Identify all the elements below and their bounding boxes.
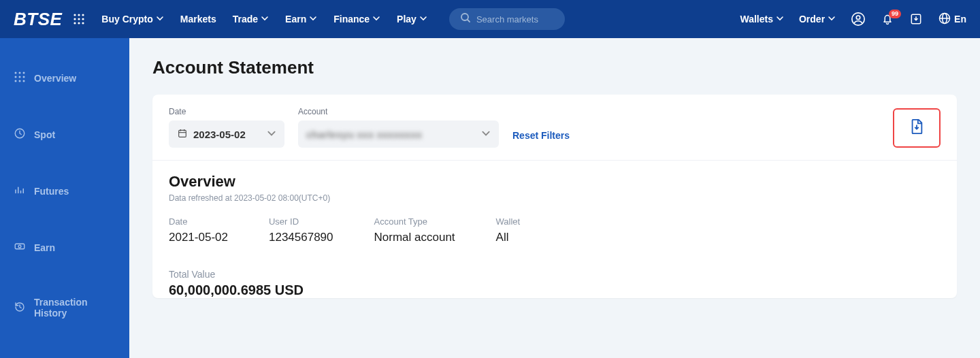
cell-label: Account Type: [374, 216, 455, 227]
svg-rect-31: [179, 130, 186, 137]
svg-point-6: [74, 22, 76, 24]
sidebar-item-futures[interactable]: Futures: [0, 177, 129, 205]
order-menu[interactable]: Order: [799, 14, 836, 25]
overview-cell-account-type: Account Type Normal account: [374, 216, 455, 244]
nav-earn[interactable]: Earn: [285, 14, 317, 25]
svg-point-3: [74, 18, 76, 20]
cell-value: Normal account: [374, 231, 455, 244]
nav-label: Play: [397, 14, 416, 25]
account-value: charlesyu xxx xxxxxxxx: [306, 129, 422, 140]
history-icon: [14, 301, 26, 315]
date-value: 2023-05-02: [193, 129, 246, 140]
nav-label: Finance: [333, 14, 370, 25]
account-select[interactable]: charlesyu xxx xxxxxxxx: [298, 120, 499, 148]
svg-point-0: [74, 14, 76, 16]
calendar-icon: [177, 128, 188, 141]
date-filter-label: Date: [169, 107, 284, 116]
overview-cell-date: Date 2021-05-02: [169, 216, 228, 244]
chart-icon: [14, 184, 26, 198]
cell-value: 1234567890: [269, 231, 333, 244]
wallets-menu[interactable]: Wallets: [740, 14, 784, 25]
user-icon[interactable]: [851, 12, 866, 27]
svg-rect-27: [15, 244, 24, 249]
nav-trade[interactable]: Trade: [233, 14, 269, 25]
chevron-down-icon: [372, 14, 380, 25]
cell-label: User ID: [269, 216, 333, 227]
logo: BTSE: [14, 9, 62, 30]
svg-point-19: [23, 72, 25, 74]
nav-label: Trade: [233, 14, 258, 25]
total-value: 60,000,000.6985 USD: [169, 282, 941, 298]
lang-label: En: [954, 14, 966, 25]
nav-label: Markets: [180, 14, 216, 25]
nav-label: Earn: [285, 14, 306, 25]
svg-point-12: [856, 16, 860, 19]
clock-icon: [14, 127, 26, 142]
svg-point-8: [82, 22, 84, 24]
download-icon[interactable]: [909, 12, 923, 26]
notif-badge: 99: [889, 10, 901, 18]
overview-cell-userid: User ID 1234567890: [269, 216, 333, 244]
sidebar-item-account-statement[interactable]: Account Statement: [0, 354, 129, 358]
overview-refreshed: Data refreshed at 2023-05-02 08:00(UTC+0…: [169, 193, 941, 203]
svg-point-25: [23, 80, 25, 82]
globe-icon: [938, 12, 951, 27]
file-download-icon: [909, 118, 924, 137]
chevron-down-icon: [261, 14, 269, 25]
account-filter-label: Account: [298, 107, 499, 116]
sidebar-item-overview[interactable]: Overview: [0, 64, 129, 92]
svg-point-21: [19, 76, 21, 78]
svg-point-5: [82, 18, 84, 20]
total-value-label: Total Value: [169, 269, 941, 280]
chevron-down-icon: [309, 14, 317, 25]
svg-point-20: [15, 76, 17, 78]
wallets-label: Wallets: [740, 14, 773, 25]
nav-markets[interactable]: Markets: [180, 14, 216, 25]
svg-point-17: [15, 72, 17, 74]
overview-cell-wallet: Wallet All: [496, 216, 521, 244]
svg-point-18: [19, 72, 21, 74]
sidebar-item-label: Earn: [34, 242, 55, 253]
grid-icon: [14, 71, 26, 85]
chevron-down-icon: [267, 129, 276, 140]
page-title: Account Statement: [152, 57, 957, 78]
svg-point-1: [78, 14, 80, 16]
chevron-down-icon: [776, 14, 784, 25]
svg-point-2: [82, 14, 84, 16]
money-icon: [14, 240, 26, 255]
svg-point-24: [19, 80, 21, 82]
cell-label: Wallet: [496, 216, 521, 227]
sidebar-item-label: Spot: [34, 129, 55, 140]
sidebar-item-earn[interactable]: Earn: [0, 233, 129, 261]
sidebar-item-transaction-history[interactable]: Transaction History: [0, 290, 129, 325]
bell-icon[interactable]: 99: [881, 12, 894, 26]
search-input-wrap[interactable]: [449, 8, 565, 30]
search-icon: [460, 12, 471, 26]
chevron-down-icon: [419, 14, 427, 25]
svg-point-22: [23, 76, 25, 78]
download-statement-button[interactable]: [893, 108, 941, 148]
language-menu[interactable]: En: [938, 12, 966, 27]
nav-buy-crypto[interactable]: Buy Crypto: [101, 14, 163, 25]
svg-point-23: [15, 80, 17, 82]
svg-point-7: [78, 22, 80, 24]
cell-value: All: [496, 231, 521, 244]
order-label: Order: [799, 14, 825, 25]
svg-line-10: [468, 20, 470, 22]
svg-point-28: [18, 245, 21, 248]
sidebar-item-spot[interactable]: Spot: [0, 120, 129, 148]
apps-grid-icon[interactable]: [73, 13, 85, 25]
nav-finance[interactable]: Finance: [333, 14, 380, 25]
chevron-down-icon: [156, 14, 164, 25]
sidebar-item-label: Futures: [34, 186, 69, 197]
nav-play[interactable]: Play: [397, 14, 427, 25]
chevron-down-icon: [481, 129, 491, 140]
svg-point-4: [78, 18, 80, 20]
chevron-down-icon: [828, 14, 836, 25]
search-input[interactable]: [476, 14, 554, 25]
sidebar-item-label: Transaction History: [34, 297, 116, 319]
nav-label: Buy Crypto: [101, 14, 152, 25]
reset-filters-link[interactable]: Reset Filters: [512, 130, 570, 148]
date-select[interactable]: 2023-05-02: [169, 120, 284, 148]
overview-title: Overview: [169, 173, 941, 191]
